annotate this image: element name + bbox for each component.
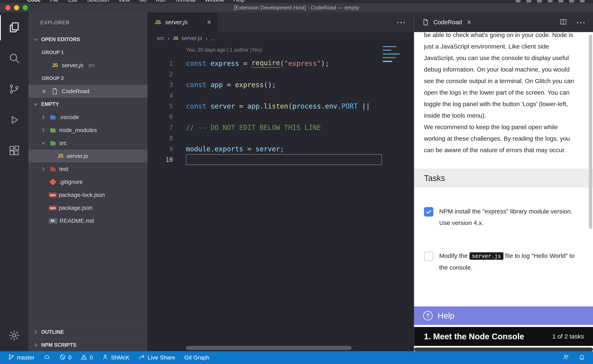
status-account[interactable]: ShMcK [102,354,129,362]
close-editor-icon[interactable]: × [40,87,48,95]
panel-scrollbar[interactable] [589,35,592,229]
close-panel-icon[interactable]: × [467,18,471,26]
activity-bar-top [0,12,28,167]
menu-code[interactable]: Code [27,0,40,3]
coderoad-tab-label[interactable]: CodeRoad [433,19,462,26]
tree-item-package-lock.json[interactable]: npmpackage-lock.json [28,188,147,201]
section-npm-scripts[interactable]: NPM SCRIPTS [28,338,147,351]
line-number: 8 [147,135,173,142]
tree-item-.gitignore[interactable]: .gitignore [28,176,147,188]
activity-extensions-icon[interactable] [0,136,28,167]
zoom-window-button[interactable] [23,5,28,10]
help-section[interactable]: ? Help [414,306,593,325]
status-label: ShMcK [111,354,129,361]
codelens-annotation[interactable]: You, 20 days ago | 1 author (You) [186,47,262,53]
tree-item-package.json[interactable]: npmpackage.json [28,201,147,214]
chevron-down-icon [32,36,39,43]
menu-view[interactable]: View [118,0,130,3]
code-line-8[interactable]: 8 [147,133,414,143]
status-warnings[interactable]: 0 [80,354,93,362]
activity-files-icon[interactable] [0,12,28,43]
status-live-share-invite[interactable] [563,354,569,362]
code-line-10[interactable]: 10 [147,154,414,165]
activity-settings-gear-icon[interactable] [0,320,28,351]
breadcrumb-file[interactable]: server.js [181,35,202,42]
code-token: ; [280,145,284,153]
tree-item-node_modules[interactable]: node_modules [28,124,147,136]
task-item-1: NPM install the "express" library module… [424,206,578,229]
open-editor-coderoad[interactable]: ×CodeRoad [28,85,147,98]
status-errors[interactable]: 0 [59,354,72,362]
open-editors-header[interactable]: OPEN EDITORS [28,33,147,46]
editor-group: JS server.js × ⋯ src › JS server.js › ..… [147,12,414,351]
more-actions-icon[interactable]: ⋯ [576,17,586,28]
tasks-header: Tasks [414,169,593,188]
tree-item-label: node_modules [59,127,97,133]
status-live-share[interactable]: Live Share [139,354,175,362]
line-content [186,154,382,165]
task-checkbox[interactable] [424,207,433,217]
code-editor[interactable]: You, 20 days ago | 1 author (You) 1const… [147,45,414,351]
git-icon [49,178,57,186]
activity-source-control-icon[interactable] [0,74,28,105]
code-token: . [260,102,264,110]
code-token: = [223,81,235,89]
status-branch[interactable]: master [8,354,35,362]
code-line-9[interactable]: 9module.exports = server; [147,143,414,154]
tree-item-test[interactable]: test [28,162,147,176]
tree-item-readme.md[interactable]: M↓README.md [28,214,147,227]
open-editor-label: server.js [62,62,83,69]
code-line-7[interactable]: 7// -- DO NOT EDIT BELOW THIS LINE [147,122,414,133]
tree-item-server.js[interactable]: JSserver.js [28,150,147,162]
lesson-paragraph: We recommend to keep the log panel open … [424,121,578,156]
menu-selection[interactable]: Selection [87,0,109,3]
breadcrumb-symbol[interactable]: ... [211,35,215,42]
split-editor-icon[interactable] [560,17,567,28]
more-actions-icon[interactable]: ⋯ [396,17,406,28]
minimap[interactable] [383,46,400,65]
menu-edit[interactable]: Edit [68,0,77,3]
minimize-window-button[interactable] [14,5,19,10]
line-number: 4 [147,92,173,99]
code-line-2[interactable]: 2 [147,69,414,79]
lesson-title: 1. Meet the Node Console [424,331,524,342]
status-notifications[interactable] [579,354,585,362]
code-line-4[interactable]: 4 [147,90,414,101]
tab-server-js[interactable]: JS server.js × [147,12,217,32]
tree-item-label: README.md [60,218,94,224]
branch-icon [8,354,14,362]
status-git-graph[interactable]: Git Graph [184,354,209,361]
code-line-6[interactable]: 6 [147,111,414,122]
code-line-1[interactable]: 1const express = require("express"); [147,58,414,69]
section-outline[interactable]: OUTLINE [28,325,147,338]
workspace-section-header[interactable]: EMPTY [28,98,147,111]
activity-search-icon[interactable] [0,43,28,74]
breadcrumb-folder[interactable]: src [157,35,164,42]
menubar-items: CodeFileEditSelectionViewGoRunTerminalWi… [27,0,244,3]
code-line-5[interactable]: 5const server = app.listen(process.env.P… [147,101,414,111]
activity-run-debug-icon[interactable] [0,105,28,136]
close-tab-icon[interactable]: × [207,18,211,26]
menu-go[interactable]: Go [140,0,147,3]
status-sync[interactable] [44,354,50,362]
menu-help[interactable]: Help [233,0,244,3]
question-icon: ? [423,311,433,320]
open-editor-server.js[interactable]: JSserver.jssrc [28,59,147,72]
tree-item-.vscode[interactable]: .vscode [28,111,147,124]
menu-file[interactable]: File [50,0,59,3]
code-token: = [235,102,247,110]
task-checkbox[interactable] [424,252,433,261]
code-token: const [186,81,210,89]
code-line-3[interactable]: 3const app = express(); [147,79,414,90]
inline-code: server.js [469,252,503,260]
live-share-icon [139,354,145,362]
close-window-button[interactable] [5,5,11,10]
menu-window[interactable]: Window [205,0,224,3]
status-label: Git Graph [184,354,209,361]
section-label: OUTLINE [41,329,64,335]
menu-terminal[interactable]: Terminal [175,0,195,3]
npm-icon: npm [49,205,57,210]
horizontal-scrollbar[interactable] [186,346,352,350]
tree-item-src[interactable]: src [28,136,147,150]
menu-run[interactable]: Run [156,0,166,3]
